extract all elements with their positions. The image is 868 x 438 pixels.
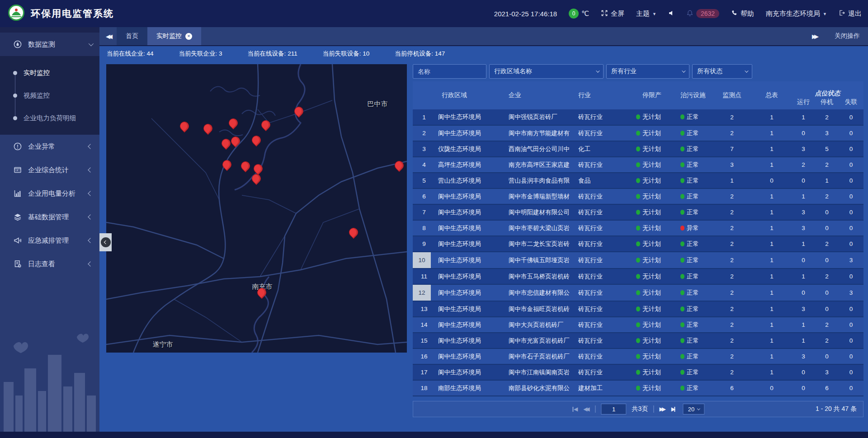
- prev-page-icon: ◀◀: [583, 406, 588, 412]
- table-row[interactable]: 18南部生态环境局南部县砂化水泥有限公建材加工无计划正常60060: [413, 380, 863, 396]
- sidebar-subitem-1[interactable]: 视频监控: [0, 84, 99, 107]
- cell-running: 0: [792, 252, 815, 268]
- chevron-left-icon: [88, 191, 93, 196]
- cell-industry: 砖瓦行业: [572, 109, 630, 125]
- row-number: 13: [413, 301, 435, 317]
- row-number: 4: [413, 157, 435, 173]
- table-row[interactable]: 9阆中生态环境局阆中市二龙长宝页岩砖砖瓦行业无计划正常21120: [413, 236, 863, 252]
- chevron-left-icon: [88, 167, 93, 172]
- fullscreen-button[interactable]: 全屏: [601, 9, 624, 18]
- sidebar-collapse-toggle[interactable]: [99, 233, 112, 251]
- logout-button[interactable]: 退出: [839, 9, 862, 18]
- region-filter-select[interactable]: 行政区域名称: [489, 64, 604, 79]
- cell-lost: 0: [839, 349, 863, 364]
- cell-company: 阆中市二龙长宝页岩砖: [502, 236, 572, 252]
- sidebar-item-6[interactable]: 日志查看: [0, 252, 99, 276]
- table-row[interactable]: 4高坪生态环境局南充市高坪区王家店建砖瓦行业无计划正常31220: [413, 157, 863, 173]
- sidebar-item-1[interactable]: 企业异常: [0, 135, 99, 158]
- name-filter-input[interactable]: [413, 64, 486, 79]
- cell-stop-production: 无计划: [630, 109, 674, 125]
- theme-dropdown[interactable]: 主题 ▼: [636, 9, 656, 18]
- cell-company: 阆中市光富页岩机砖厂: [502, 333, 572, 349]
- page-size-select[interactable]: 20: [683, 404, 704, 414]
- status-dot-icon: [636, 322, 640, 327]
- tab-1[interactable]: 实时监控✕: [147, 27, 201, 45]
- status-dot-icon: [636, 258, 640, 263]
- sidebar-subitem-2[interactable]: 企业电力负荷明细: [0, 107, 99, 129]
- table-row[interactable]: 13阆中生态环境局阆中市金福旺页岩机砖砖瓦行业无计划正常21300: [413, 301, 863, 317]
- company-table-wrap: 行政区域企业行业停限产治污设施监测点总表点位状态运行停机失联 1阆中生态环境局阆…: [413, 81, 863, 399]
- sidebar-item-4[interactable]: 基础数据管理: [0, 205, 99, 229]
- stat-value: 10: [363, 50, 369, 57]
- table-row[interactable]: 1阆中生态环境局阆中强锐页岩砖厂砖瓦行业无计划正常21120: [413, 109, 863, 125]
- tab-0[interactable]: 首页: [117, 27, 147, 45]
- table-row[interactable]: 17阆中生态环境局阆中市江南镇阆南页岩砖瓦行业无计划正常21030: [413, 364, 863, 380]
- tabs-scroll-right-button[interactable]: ▶▶: [806, 33, 823, 40]
- status-dot-icon: [680, 322, 684, 327]
- table-row[interactable]: 11阆中生态环境局阆中市五马桥页岩机砖砖瓦行业无计划正常21120: [413, 268, 863, 284]
- help-button[interactable]: 帮助: [731, 9, 754, 18]
- notifications[interactable]: 2632: [686, 9, 719, 18]
- table-row[interactable]: 2阆中生态环境局阆中市南方节能建材有砖瓦行业无计划正常21030: [413, 125, 863, 141]
- chevron-down-icon: ▼: [823, 12, 827, 16]
- status-dot-icon: [680, 178, 684, 183]
- log-view-icon: [13, 259, 23, 268]
- data-monitor-icon: [13, 40, 23, 49]
- table-row[interactable]: 12阆中生态环境局阆中市忠信建材有限公砖瓦行业无计划正常21003: [413, 284, 863, 301]
- cell-company: 阆中大兴页岩机砖厂: [502, 317, 572, 333]
- map-panel[interactable]: 巴中市南充市遂宁市: [106, 64, 407, 353]
- cell-stopped: 5: [815, 141, 839, 157]
- page-input[interactable]: [601, 404, 627, 414]
- close-operations-button[interactable]: 关闭操作: [835, 32, 860, 40]
- temperature-unit: ℃: [581, 9, 589, 18]
- table-row[interactable]: 3仪陇生态环境局西南油气田分公司川中化工无计划正常71350: [413, 141, 863, 157]
- power-analysis-icon: [13, 189, 23, 198]
- sidebar-subitem-0[interactable]: 实时监控: [0, 61, 99, 84]
- mute-button[interactable]: [668, 10, 675, 18]
- table-row[interactable]: 7阆中生态环境局阆中明阳建材有限公司砖瓦行业无计划正常21300: [413, 204, 863, 220]
- main-content: 巴中市南充市遂宁市 行政区域名称 所有行业 所有状态 行政区: [99, 61, 868, 432]
- sidebar-item-0[interactable]: 数据监测: [0, 33, 99, 56]
- cell-monitor-points: 2: [712, 317, 752, 333]
- table-row[interactable]: 5营山生态环境局营山县润丰肉食品有限食品无计划正常10010: [413, 173, 863, 188]
- tabs-scroll-left-button[interactable]: ◀◀: [99, 27, 117, 45]
- status-dot-icon: [636, 274, 640, 279]
- sidebar-item-5[interactable]: 应急减排管理: [0, 229, 99, 252]
- column-header: 行业: [572, 81, 630, 109]
- close-icon[interactable]: ✕: [185, 33, 192, 40]
- cell-lost: 3: [839, 284, 863, 301]
- sidebar-item-3[interactable]: 企业用电量分析: [0, 182, 99, 205]
- table-row[interactable]: 15阆中生态环境局阆中市光富页岩机砖厂砖瓦行业无计划正常21120: [413, 333, 863, 349]
- table-row[interactable]: 6阆中生态环境局阆中市金博瑞新型墙材砖瓦行业无计划正常21120: [413, 188, 863, 204]
- group-header: 点位状态: [792, 81, 863, 98]
- prev-page-button[interactable]: ◀◀: [583, 406, 590, 412]
- sidebar-item-label: 日志查看: [28, 260, 89, 268]
- cell-treatment: 正常: [674, 141, 712, 157]
- double-left-arrow-icon: ◀◀: [106, 33, 110, 40]
- status-dot-icon: [636, 194, 640, 199]
- table-row[interactable]: 14阆中生态环境局阆中大兴页岩机砖厂砖瓦行业无计划正常21120: [413, 317, 863, 333]
- bullet-dot-icon: [13, 94, 17, 98]
- cell-stop-production: 无计划: [630, 284, 674, 301]
- map-city-label: 巴中市: [368, 100, 388, 108]
- stat-item: 当前在线企业: 44: [107, 50, 154, 58]
- next-page-button[interactable]: ▶▶: [659, 406, 665, 412]
- last-page-button[interactable]: ▶: [671, 406, 677, 412]
- sidebar-item-label: 基础数据管理: [28, 213, 89, 221]
- cell-treatment: 正常: [674, 317, 712, 333]
- table-row[interactable]: 8阆中生态环境局阆中市枣碧大梁山页岩砖瓦行业无计划异常21300: [413, 220, 863, 236]
- sidebar-item-2[interactable]: 企业综合统计: [0, 158, 99, 182]
- industry-filter-select[interactable]: 所有行业: [606, 64, 689, 79]
- cell-running: 0: [792, 125, 815, 141]
- divider: [595, 405, 596, 413]
- table-row[interactable]: 10阆中生态环境局阆中千佛镇五郎垭页岩砖瓦行业无计划正常21003: [413, 252, 863, 268]
- cell-treatment: 正常: [674, 284, 712, 301]
- status-dot-icon: [680, 306, 684, 311]
- cell-treatment: 正常: [674, 157, 712, 173]
- cell-running: 0: [792, 380, 815, 396]
- first-page-button[interactable]: ◀: [572, 406, 578, 412]
- cell-industry: 砖瓦行业: [572, 268, 630, 284]
- table-row[interactable]: 16阆中生态环境局阆中市石子页岩机砖厂砖瓦行业无计划正常21300: [413, 349, 863, 364]
- org-dropdown[interactable]: 南充市生态环境局 ▼: [766, 9, 827, 18]
- status-filter-select[interactable]: 所有状态: [692, 64, 752, 79]
